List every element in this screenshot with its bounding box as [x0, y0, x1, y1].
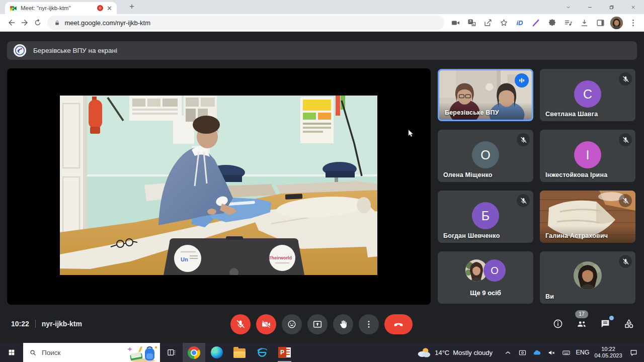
window-close-button[interactable] [622, 0, 644, 14]
forward-button[interactable] [18, 16, 31, 29]
language-indicator[interactable]: ENG [574, 349, 592, 356]
participant-name: Інжестойкова Ірина [545, 171, 607, 178]
weather-widget[interactable]: 14°C Mostly cloudy [416, 347, 493, 358]
onedrive-icon[interactable] [531, 346, 543, 359]
taskbar-clock[interactable]: 10:22 04.05.2023 [592, 346, 625, 359]
task-view-button[interactable] [160, 343, 183, 362]
taskbar-ie-button[interactable] [251, 343, 273, 362]
window-minimize-button[interactable] [579, 0, 601, 14]
laptop-sticker-theirworld-text: Theirworld [269, 255, 292, 260]
extensions-puzzle-icon[interactable] [546, 17, 558, 29]
bookmark-star-icon[interactable] [498, 17, 510, 29]
mic-mute-button[interactable] [230, 314, 251, 334]
new-tab-button[interactable]: + [126, 2, 138, 13]
powerpoint-icon: P [278, 347, 291, 358]
raise-hand-button[interactable] [333, 314, 353, 334]
avatar-initial: Б [472, 202, 499, 229]
tray-expand-icon[interactable] [502, 346, 514, 359]
weather-desc: Mostly cloudy [453, 349, 493, 356]
downloads-icon[interactable] [578, 17, 590, 29]
present-screen-button[interactable] [307, 314, 328, 334]
mic-muted-icon [619, 72, 632, 85]
translate-icon[interactable] [465, 17, 477, 29]
tab-recording-indicator [97, 5, 103, 11]
weather-icon [416, 347, 431, 358]
window-restore-button[interactable] [601, 0, 622, 14]
overflow-participants-tile[interactable]: О Ще 9 осіб [438, 251, 533, 304]
browser-tab-meet[interactable]: Meet: "nyr-ijkb-ktm" ✕ [5, 2, 117, 14]
participants-count-badge: 17 [575, 310, 588, 318]
mic-muted-icon [619, 255, 632, 268]
volume-muted-icon[interactable] [545, 346, 558, 359]
self-tile[interactable]: Ви [540, 251, 635, 304]
participant-name: Олена Міщенко [443, 171, 493, 178]
camera-mute-button[interactable] [256, 314, 276, 334]
extension-pen-icon[interactable] [530, 17, 542, 29]
audio-activity-indicator [515, 73, 529, 87]
meet-favicon [10, 5, 17, 12]
participant-tile-mishchenko[interactable]: О Олена Міщенко [438, 130, 533, 182]
end-call-button[interactable] [384, 314, 413, 334]
participant-tile-shevchenko[interactable]: Б Богдан Шевченко [438, 191, 533, 243]
participant-name: Светлана Шавга [545, 111, 598, 118]
more-options-button[interactable] [359, 314, 379, 334]
meeting-info: 10:22 nyr-ijkb-ktm [11, 320, 82, 328]
share-icon[interactable] [481, 17, 494, 29]
chat-panel-button[interactable] [599, 317, 612, 330]
avatar-initial: І [574, 141, 601, 168]
taskbar-search-box[interactable]: Поиск [23, 343, 160, 362]
participant-tile-shavga[interactable]: С Светлана Шавга [540, 69, 635, 121]
search-placeholder: Поиск [42, 349, 60, 356]
meet-control-bar: 10:22 nyr-ijkb-ktm 17 [0, 307, 644, 343]
presentation-stage: Un Theirworld [7, 68, 431, 305]
participant-tile-astrakhovych[interactable]: Галина Астрахович [540, 191, 635, 243]
side-panel-icon[interactable] [594, 17, 606, 29]
tab-search-button[interactable] [557, 0, 579, 14]
touch-keyboard-icon[interactable] [560, 346, 573, 359]
meeting-clock: 10:22 [11, 320, 29, 328]
search-icon [29, 349, 37, 356]
taskbar-chrome-button[interactable] [183, 343, 205, 362]
action-center-button[interactable] [625, 348, 642, 357]
tab-close-icon[interactable]: ✕ [107, 5, 112, 12]
meeting-code: nyr-ijkb-ktm [42, 320, 82, 328]
divider [35, 320, 36, 328]
windows-taskbar: Поиск [0, 343, 644, 362]
taskbar-edge-button[interactable] [205, 343, 228, 362]
cast-icon[interactable] [516, 346, 529, 359]
presenting-banner: Березівське ВПУ на екрані [7, 41, 637, 60]
chat-notification-dot [609, 316, 614, 320]
laptop-sticker-un-text: Un [181, 256, 188, 262]
extension-id-icon[interactable]: iD [514, 17, 526, 29]
back-button[interactable] [5, 16, 18, 29]
participant-name: Галина Астрахович [545, 232, 608, 239]
participant-tile-berezivske[interactable]: Березівське ВПУ [438, 69, 533, 121]
presented-video: Un Theirworld [60, 96, 377, 275]
participant-grid: Березівське ВПУ С Светлана Шавга О Олена… [438, 69, 635, 304]
mouse-cursor [408, 129, 415, 138]
edge-icon [211, 346, 223, 358]
browser-toolbar: meet.google.com/nyr-ijkb-ktm iD [0, 14, 644, 32]
people-panel-button[interactable]: 17 [575, 317, 588, 330]
avatar-initial: С [574, 80, 601, 108]
address-bar[interactable]: meet.google.com/nyr-ijkb-ktm [47, 16, 444, 30]
start-button[interactable] [0, 343, 23, 362]
overflow-initial-avatar: О [484, 259, 506, 282]
meeting-details-button[interactable] [551, 317, 565, 330]
taskbar-explorer-button[interactable] [228, 343, 251, 362]
tab-camera-in-use-icon[interactable] [449, 17, 461, 29]
chrome-icon [188, 346, 200, 359]
reload-button[interactable] [31, 16, 44, 29]
internet-explorer-icon [256, 346, 268, 358]
browser-menu-icon[interactable] [627, 17, 639, 29]
browser-profile-avatar[interactable] [610, 17, 623, 29]
activities-button[interactable] [622, 317, 635, 330]
presenter-logo [14, 44, 26, 57]
participant-tile-inzhestoikova[interactable]: І Інжестойкова Ірина [540, 130, 635, 182]
mic-muted-icon [517, 133, 530, 146]
reactions-button[interactable] [282, 314, 302, 334]
system-tray: 14°C Mostly cloudy ENG 10:22 04.05.2023 [416, 343, 644, 362]
taskbar-powerpoint-button[interactable]: P [273, 343, 296, 362]
media-playlist-icon[interactable] [562, 17, 574, 29]
weather-temp: 14°C [435, 349, 449, 356]
